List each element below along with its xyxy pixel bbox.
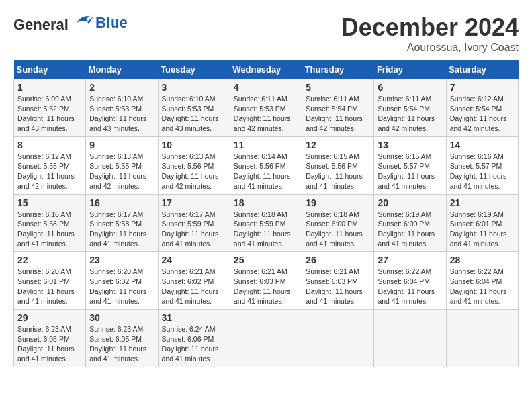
calendar-day-cell: 23Sunrise: 6:20 AM Sunset: 6:02 PM Dayli…	[86, 252, 158, 310]
day-number: 29	[17, 312, 82, 323]
day-number: 19	[306, 197, 370, 208]
header-monday: Monday	[86, 60, 158, 79]
day-number: 10	[162, 140, 226, 150]
day-info: Sunrise: 6:22 AM Sunset: 6:04 PM Dayligh…	[450, 267, 515, 306]
day-info: Sunrise: 6:21 AM Sunset: 6:03 PM Dayligh…	[234, 267, 298, 306]
calendar-table: SundayMondayTuesdayWednesdayThursdayFrid…	[13, 60, 519, 367]
title-block: December 2024 Aourossua, Ivory Coast	[341, 13, 519, 54]
header-sunday: Sunday	[14, 60, 86, 79]
empty-cell	[374, 310, 446, 367]
calendar-day-cell: 14Sunrise: 6:16 AM Sunset: 5:57 PM Dayli…	[446, 136, 518, 194]
day-number: 13	[378, 140, 442, 150]
calendar-day-cell: 6Sunrise: 6:11 AM Sunset: 5:54 PM Daylig…	[374, 79, 446, 137]
calendar-day-cell: 17Sunrise: 6:17 AM Sunset: 5:59 PM Dayli…	[158, 194, 230, 252]
day-number: 14	[450, 140, 515, 150]
day-info: Sunrise: 6:23 AM Sunset: 6:05 PM Dayligh…	[89, 324, 154, 364]
header-saturday: Saturday	[446, 60, 518, 79]
calendar-day-cell: 27Sunrise: 6:22 AM Sunset: 6:04 PM Dayli…	[374, 252, 446, 310]
header-thursday: Thursday	[302, 60, 374, 79]
calendar-day-cell: 19Sunrise: 6:18 AM Sunset: 6:00 PM Dayli…	[302, 194, 374, 252]
day-info: Sunrise: 6:23 AM Sunset: 6:05 PM Dayligh…	[17, 324, 82, 364]
day-number: 22	[17, 255, 82, 265]
calendar-day-cell: 9Sunrise: 6:13 AM Sunset: 5:55 PM Daylig…	[86, 136, 158, 194]
day-info: Sunrise: 6:11 AM Sunset: 5:54 PM Dayligh…	[378, 94, 442, 134]
calendar-day-cell: 29Sunrise: 6:23 AM Sunset: 6:05 PM Dayli…	[14, 310, 86, 367]
calendar-day-cell: 18Sunrise: 6:18 AM Sunset: 5:59 PM Dayli…	[230, 194, 302, 252]
day-number: 17	[162, 197, 226, 208]
day-info: Sunrise: 6:19 AM Sunset: 6:01 PM Dayligh…	[450, 210, 515, 249]
day-info: Sunrise: 6:13 AM Sunset: 5:56 PM Dayligh…	[162, 152, 226, 191]
day-number: 23	[89, 255, 154, 265]
day-number: 25	[234, 255, 298, 265]
day-info: Sunrise: 6:12 AM Sunset: 5:55 PM Dayligh…	[17, 152, 82, 191]
day-number: 12	[306, 140, 370, 150]
day-number: 8	[17, 140, 82, 150]
header-friday: Friday	[374, 60, 446, 79]
day-number: 9	[89, 140, 154, 150]
day-number: 27	[378, 255, 442, 265]
day-info: Sunrise: 6:16 AM Sunset: 5:57 PM Dayligh…	[450, 152, 515, 191]
day-info: Sunrise: 6:11 AM Sunset: 5:53 PM Dayligh…	[234, 94, 298, 134]
day-number: 15	[17, 197, 82, 208]
calendar-day-cell: 16Sunrise: 6:17 AM Sunset: 5:58 PM Dayli…	[86, 194, 158, 252]
day-info: Sunrise: 6:12 AM Sunset: 5:54 PM Dayligh…	[450, 94, 515, 134]
calendar-day-cell: 2Sunrise: 6:10 AM Sunset: 5:53 PM Daylig…	[86, 79, 158, 137]
day-info: Sunrise: 6:20 AM Sunset: 6:01 PM Dayligh…	[17, 267, 82, 306]
calendar-day-cell: 28Sunrise: 6:22 AM Sunset: 6:04 PM Dayli…	[446, 252, 518, 310]
day-info: Sunrise: 6:10 AM Sunset: 5:53 PM Dayligh…	[89, 94, 154, 134]
calendar-day-cell: 1Sunrise: 6:09 AM Sunset: 5:52 PM Daylig…	[14, 79, 86, 137]
day-info: Sunrise: 6:09 AM Sunset: 5:52 PM Dayligh…	[17, 94, 82, 134]
day-number: 1	[17, 82, 82, 93]
day-info: Sunrise: 6:19 AM Sunset: 6:00 PM Dayligh…	[378, 210, 442, 249]
day-number: 16	[89, 197, 154, 208]
calendar-week-row: 1Sunrise: 6:09 AM Sunset: 5:52 PM Daylig…	[14, 79, 519, 137]
day-number: 26	[306, 255, 370, 265]
day-info: Sunrise: 6:24 AM Sunset: 6:06 PM Dayligh…	[162, 324, 226, 364]
logo-bird-icon	[74, 11, 95, 30]
calendar-day-cell: 25Sunrise: 6:21 AM Sunset: 6:03 PM Dayli…	[230, 252, 302, 310]
day-info: Sunrise: 6:20 AM Sunset: 6:02 PM Dayligh…	[89, 267, 154, 306]
calendar-day-cell: 30Sunrise: 6:23 AM Sunset: 6:05 PM Dayli…	[86, 310, 158, 367]
header-wednesday: Wednesday	[230, 60, 302, 79]
day-number: 20	[378, 197, 442, 208]
day-number: 4	[234, 82, 298, 93]
calendar-day-cell: 31Sunrise: 6:24 AM Sunset: 6:06 PM Dayli…	[158, 310, 230, 367]
day-info: Sunrise: 6:17 AM Sunset: 5:59 PM Dayligh…	[162, 210, 226, 249]
day-number: 5	[306, 82, 370, 93]
calendar-day-cell: 26Sunrise: 6:21 AM Sunset: 6:03 PM Dayli…	[302, 252, 374, 310]
day-info: Sunrise: 6:15 AM Sunset: 5:56 PM Dayligh…	[306, 152, 370, 191]
day-number: 18	[234, 197, 298, 208]
calendar-week-row: 22Sunrise: 6:20 AM Sunset: 6:01 PM Dayli…	[14, 252, 519, 310]
day-number: 7	[450, 82, 515, 93]
calendar-day-cell: 3Sunrise: 6:10 AM Sunset: 5:53 PM Daylig…	[158, 79, 230, 137]
day-number: 28	[450, 255, 515, 265]
calendar-day-cell: 12Sunrise: 6:15 AM Sunset: 5:56 PM Dayli…	[302, 136, 374, 194]
day-number: 24	[162, 255, 226, 265]
day-number: 2	[89, 82, 154, 93]
header-tuesday: Tuesday	[158, 60, 230, 79]
day-number: 3	[162, 82, 226, 93]
calendar-day-cell: 15Sunrise: 6:16 AM Sunset: 5:58 PM Dayli…	[14, 194, 86, 252]
calendar-day-cell: 13Sunrise: 6:15 AM Sunset: 5:57 PM Dayli…	[374, 136, 446, 194]
logo-line1: General	[13, 16, 69, 33]
day-info: Sunrise: 6:13 AM Sunset: 5:55 PM Dayligh…	[89, 152, 154, 191]
day-number: 31	[162, 312, 226, 323]
empty-cell	[230, 310, 302, 367]
calendar-day-cell: 8Sunrise: 6:12 AM Sunset: 5:55 PM Daylig…	[14, 136, 86, 194]
day-info: Sunrise: 6:18 AM Sunset: 6:00 PM Dayligh…	[306, 210, 370, 249]
calendar-day-cell: 4Sunrise: 6:11 AM Sunset: 5:53 PM Daylig…	[230, 79, 302, 137]
calendar-day-cell: 24Sunrise: 6:21 AM Sunset: 6:02 PM Dayli…	[158, 252, 230, 310]
day-info: Sunrise: 6:10 AM Sunset: 5:53 PM Dayligh…	[162, 94, 226, 134]
calendar-week-row: 8Sunrise: 6:12 AM Sunset: 5:55 PM Daylig…	[14, 136, 519, 194]
calendar-day-cell: 20Sunrise: 6:19 AM Sunset: 6:00 PM Dayli…	[374, 194, 446, 252]
day-info: Sunrise: 6:11 AM Sunset: 5:54 PM Dayligh…	[306, 94, 370, 134]
day-info: Sunrise: 6:18 AM Sunset: 5:59 PM Dayligh…	[234, 210, 298, 249]
calendar-header-row: SundayMondayTuesdayWednesdayThursdayFrid…	[14, 60, 519, 79]
location: Aourossua, Ivory Coast	[341, 42, 519, 54]
calendar-week-row: 15Sunrise: 6:16 AM Sunset: 5:58 PM Dayli…	[14, 194, 519, 252]
day-info: Sunrise: 6:14 AM Sunset: 5:56 PM Dayligh…	[234, 152, 298, 191]
calendar-week-row: 29Sunrise: 6:23 AM Sunset: 6:05 PM Dayli…	[14, 310, 519, 367]
calendar-day-cell: 7Sunrise: 6:12 AM Sunset: 5:54 PM Daylig…	[446, 79, 518, 137]
day-info: Sunrise: 6:17 AM Sunset: 5:58 PM Dayligh…	[89, 210, 154, 249]
calendar-day-cell: 5Sunrise: 6:11 AM Sunset: 5:54 PM Daylig…	[302, 79, 374, 137]
